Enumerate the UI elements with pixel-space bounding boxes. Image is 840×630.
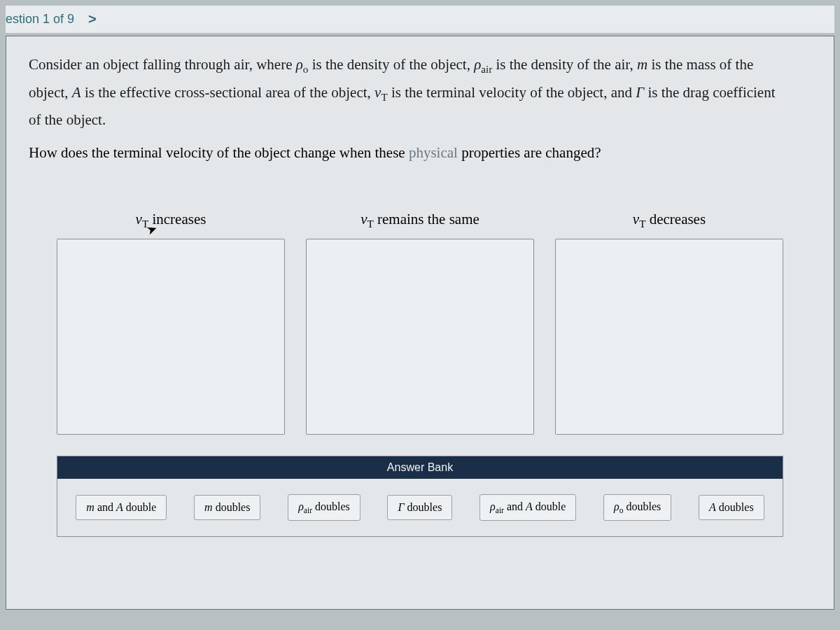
- symbol-m: m: [637, 56, 648, 73]
- symbol-gamma: Γ: [636, 84, 644, 101]
- category-same: vT remains the same: [306, 211, 534, 435]
- symbol-vT: v: [374, 84, 381, 101]
- category-header-decreases: vT decreases: [633, 211, 706, 230]
- answer-chip[interactable]: ρo doubles: [603, 494, 671, 521]
- question-counter: estion 1 of 9: [6, 12, 74, 27]
- drop-zone-increases[interactable]: [57, 239, 285, 435]
- drop-zone-decreases[interactable]: [555, 239, 783, 435]
- prompt-text: Consider an object falling through air, …: [29, 53, 811, 132]
- answer-bank-body: m and A doublem doublesρair doublesΓ dou…: [57, 479, 783, 536]
- category-decreases: vT decreases: [555, 211, 783, 435]
- question-nav: estion 1 of 9 >: [6, 6, 834, 33]
- prompt-fragment: is the terminal velocity of the object, …: [388, 84, 636, 101]
- answer-chip[interactable]: ρair and A double: [479, 494, 576, 521]
- answer-chip[interactable]: m doubles: [194, 495, 260, 520]
- answer-bank: Answer Bank m and A doublem doublesρair …: [57, 456, 783, 537]
- prompt-fragment: is the drag coefficient: [644, 84, 775, 101]
- category-label: remains the same: [374, 211, 479, 227]
- question-line: How does the terminal velocity of the ob…: [29, 144, 811, 162]
- prompt-fragment: is the mass of the: [648, 56, 753, 73]
- symbol-rho-o: ρ: [296, 56, 303, 73]
- answer-chip[interactable]: ρair doubles: [288, 494, 360, 521]
- answer-chip[interactable]: Γ doubles: [387, 495, 452, 520]
- symbol-vT: v: [360, 211, 367, 227]
- answer-chip[interactable]: m and A double: [76, 495, 167, 520]
- question-fragment: How does the terminal velocity of the ob…: [29, 144, 409, 161]
- subscript-air: air: [481, 64, 492, 75]
- drop-categories: vT increases vT remains the same vT decr…: [29, 211, 811, 435]
- prompt-fragment: Consider an object falling through air, …: [29, 56, 296, 73]
- category-header-same: vT remains the same: [360, 211, 479, 230]
- symbol-vT: v: [633, 211, 639, 227]
- question-faded-word: physical: [409, 144, 458, 161]
- prompt-fragment: of the object.: [29, 108, 811, 132]
- prompt-fragment: object,: [29, 84, 72, 101]
- answer-bank-title: Answer Bank: [57, 456, 783, 479]
- symbol-vT: v: [136, 211, 142, 227]
- prompt-fragment: is the density of the air,: [492, 56, 637, 73]
- question-fragment: properties are changed?: [458, 144, 601, 161]
- category-increases: vT increases: [57, 211, 285, 435]
- category-label: increases: [148, 211, 206, 227]
- symbol-rho-air: ρ: [474, 56, 481, 73]
- answer-chip[interactable]: A doubles: [699, 495, 764, 520]
- question-card: Consider an object falling through air, …: [6, 36, 834, 610]
- symbol-A: A: [72, 84, 81, 101]
- subscript-T: T: [381, 92, 387, 103]
- subscript-T: T: [368, 218, 374, 230]
- prompt-fragment: is the density of the object,: [308, 56, 474, 73]
- category-label: decreases: [645, 211, 706, 227]
- next-question-arrow[interactable]: >: [88, 11, 97, 27]
- drop-zone-same[interactable]: [306, 239, 534, 435]
- prompt-fragment: is the effective cross-sectional area of…: [81, 84, 374, 101]
